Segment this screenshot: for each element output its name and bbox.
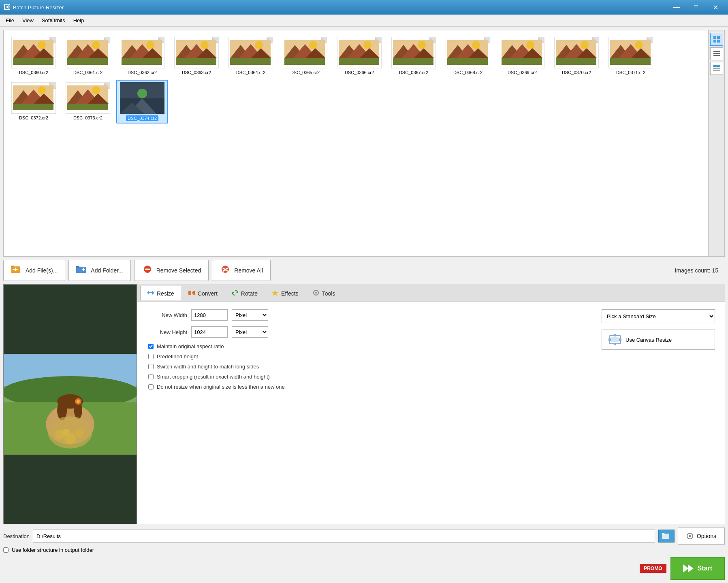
tab-effects[interactable]: Effects — [265, 286, 305, 300]
destination-input[interactable] — [33, 530, 655, 543]
tab-convert[interactable]: Convert — [181, 286, 224, 300]
file-item[interactable]: DSC_0374.cr2 — [116, 80, 168, 123]
menu-softorbits[interactable]: SoftOrbits — [38, 16, 69, 25]
switch-wh-checkbox[interactable] — [148, 364, 154, 369]
file-item[interactable]: DSC_0361.cr2 — [62, 34, 114, 77]
destination-browse-button[interactable] — [658, 530, 675, 543]
svg-rect-8 — [13, 58, 53, 65]
file-item[interactable]: DSC_0365.cr2 — [279, 34, 331, 77]
convert-tab-icon — [188, 289, 195, 297]
file-name: DSC_0369.cr2 — [508, 70, 537, 75]
svg-rect-191 — [614, 334, 616, 336]
file-item[interactable]: DSC_0372.cr2 — [8, 80, 60, 123]
tab-rotate[interactable]: Rotate — [224, 286, 265, 300]
svg-rect-138 — [713, 65, 720, 67]
folder-structure-checkbox[interactable] — [3, 547, 9, 553]
smart-crop-checkbox[interactable] — [148, 374, 154, 379]
svg-rect-143 — [11, 266, 14, 267]
new-height-input[interactable] — [191, 326, 228, 338]
tab-effects-label: Effects — [281, 290, 299, 297]
file-name: DSC_0368.cr2 — [453, 70, 482, 75]
view-details-button[interactable] — [710, 62, 723, 75]
svg-rect-125 — [67, 104, 108, 110]
window-controls: — □ ✕ — [667, 0, 725, 15]
svg-rect-53 — [284, 58, 325, 65]
minimize-button[interactable]: — — [667, 0, 686, 15]
file-item[interactable]: DSC_0366.cr2 — [333, 34, 385, 77]
file-item[interactable]: DSC_0371.cr2 — [605, 34, 657, 77]
file-item[interactable]: DSC_0364.cr2 — [225, 34, 277, 77]
tab-resize[interactable]: Resize — [140, 286, 181, 300]
svg-point-115 — [38, 86, 46, 94]
svg-rect-133 — [713, 40, 716, 43]
remove-selected-label: Remove Selected — [156, 267, 201, 274]
destination-row: Destination Options — [3, 528, 725, 545]
tab-rotate-label: Rotate — [241, 290, 258, 297]
width-unit-select[interactable]: Pixel Percent Cm Inch — [232, 309, 268, 321]
svg-point-34 — [201, 41, 209, 49]
view-large-icons-button[interactable] — [710, 33, 723, 46]
file-item[interactable]: DSC_0370.cr2 — [551, 34, 602, 77]
menu-view[interactable]: View — [18, 16, 38, 25]
remove-all-button[interactable]: Remove All — [212, 260, 271, 281]
standard-size-select[interactable]: Pick a Standard Size 640x480 800x600 102… — [602, 309, 715, 323]
file-item[interactable]: DSC_0367.cr2 — [388, 34, 440, 77]
remove-selected-button[interactable]: Remove Selected — [134, 260, 209, 281]
svg-rect-80 — [447, 58, 488, 65]
canvas-resize-label: Use Canvas Resize — [626, 337, 672, 343]
switch-wh-label: Switch width and height to match long si… — [157, 364, 259, 370]
file-item[interactable]: DSC_0360.cr2 — [8, 34, 60, 77]
file-item[interactable]: DSC_0373.cr2 — [62, 80, 114, 123]
remove-all-icon — [220, 265, 231, 276]
file-item[interactable]: DSC_0362.cr2 — [116, 34, 168, 77]
title-bar: 🖼 Batch Picture Resizer — □ ✕ — [0, 0, 728, 15]
file-name: DSC_0372.cr2 — [19, 115, 48, 120]
settings-content: New Width Pixel Percent Cm Inch New Heig… — [137, 302, 725, 524]
add-files-button[interactable]: Add File(s)... — [3, 260, 65, 281]
new-width-input[interactable] — [191, 309, 228, 321]
menu-help[interactable]: Help — [69, 16, 88, 25]
svg-point-128 — [137, 89, 147, 98]
promo-label: PROMO — [640, 564, 666, 573]
file-thumbnail — [500, 37, 544, 68]
tab-tools-label: Tools — [322, 290, 335, 297]
file-item[interactable]: DSC_0363.cr2 — [171, 34, 222, 77]
predefined-height-checkbox[interactable] — [148, 354, 154, 359]
start-button[interactable]: Start — [670, 557, 725, 580]
smart-crop-row: Smart cropping (result in exact width an… — [147, 374, 592, 380]
canvas-resize-button[interactable]: Use Canvas Resize — [602, 330, 715, 350]
height-unit-select[interactable]: Pixel Percent Cm Inch — [232, 326, 268, 338]
svg-rect-192 — [614, 343, 616, 345]
svg-rect-195 — [662, 533, 664, 534]
tab-tools[interactable]: Tools — [305, 286, 342, 300]
folder-structure-row: Use folder structure in output folder — [3, 545, 725, 554]
svg-rect-134 — [717, 40, 720, 43]
file-name: DSC_0362.cr2 — [128, 70, 157, 75]
remove-all-label: Remove All — [234, 267, 263, 274]
file-item[interactable]: DSC_0368.cr2 — [442, 34, 494, 77]
file-thumbnail — [446, 37, 490, 68]
file-item[interactable]: DSC_0369.cr2 — [496, 34, 548, 77]
settings-panel: Resize Convert Rotate — [137, 284, 725, 524]
maximize-button[interactable]: □ — [687, 0, 705, 15]
svg-rect-137 — [713, 55, 720, 56]
options-button[interactable]: Options — [678, 528, 725, 545]
svg-point-52 — [309, 41, 317, 49]
svg-point-97 — [581, 41, 589, 49]
menu-file[interactable]: File — [2, 16, 18, 25]
app-title: Batch Picture Resizer — [13, 4, 667, 11]
file-name: DSC_0364.cr2 — [236, 70, 265, 75]
file-thumbnail — [554, 37, 599, 68]
switch-wh-row: Switch width and height to match long si… — [147, 364, 592, 370]
svg-rect-107 — [610, 58, 651, 65]
close-button[interactable]: ✕ — [706, 0, 725, 15]
maintain-aspect-checkbox[interactable] — [148, 344, 154, 349]
view-list-button[interactable] — [710, 47, 723, 60]
no-resize-label: Do not resize when original size is less… — [157, 384, 285, 390]
file-thumbnail — [11, 37, 56, 68]
svg-rect-188 — [611, 337, 619, 342]
no-resize-checkbox[interactable] — [148, 384, 154, 389]
file-name: DSC_0374.cr2 — [126, 115, 158, 121]
add-files-icon — [11, 265, 22, 276]
add-folder-button[interactable]: Add Folder... — [68, 260, 130, 281]
